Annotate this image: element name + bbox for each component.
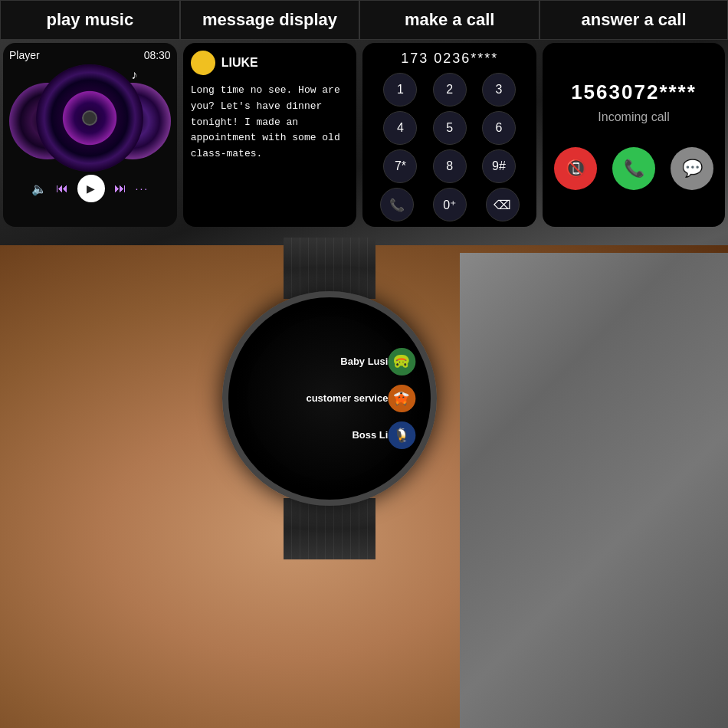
message-screen: LIUKE Long time no see. How are you? Let…	[183, 43, 357, 227]
top-panels: play music Player 08:30 ♪	[0, 0, 728, 230]
watch-face: Baby Lusi 🐸 customer service 🦊 Boss Li 🐧	[222, 291, 437, 506]
player-label: Player	[9, 49, 40, 61]
avatar-customer-service: 🦊	[388, 385, 415, 412]
dial-screen: 173 0236**** 1 2 3 4 5 6 7* 8 9# 📞 0⁺ ⌫	[362, 43, 536, 227]
message-reply-button[interactable]: 💬	[671, 147, 713, 190]
prev-button[interactable]: ⏮	[56, 182, 68, 195]
incoming-call-label: Incoming call	[598, 110, 669, 124]
next-button[interactable]: ⏭	[114, 182, 126, 195]
more-button[interactable]: ···	[136, 182, 149, 195]
message-header: LIUKE	[191, 51, 349, 75]
contact-name-customer-service: customer service	[306, 393, 388, 405]
incoming-number: 1563072****	[571, 80, 697, 104]
music-controls: 🔈 ⏮ ▶ ⏭ ···	[9, 175, 171, 202]
vinyl-center-main	[82, 110, 97, 126]
dial-backspace-button[interactable]: ⌫	[486, 188, 520, 221]
music-screen: Player 08:30 ♪ 🔈	[3, 43, 177, 227]
dial-bottom-row: 📞 0⁺ ⌫	[370, 188, 529, 221]
message-body: Long time no see. How are you? Let's hav…	[191, 83, 349, 162]
message-reply-icon: 💬	[682, 159, 703, 179]
accept-call-button[interactable]: 📞	[612, 147, 655, 190]
accept-icon: 📞	[624, 159, 644, 179]
dialpad: 1 2 3 4 5 6 7* 8 9#	[370, 73, 529, 183]
watch-band-top	[284, 238, 375, 299]
contact-baby-lusi[interactable]: Baby Lusi 🐸	[244, 348, 415, 375]
dial-key-7star[interactable]: 7*	[383, 149, 417, 183]
message-panel-section: message display LIUKE Long time no see. …	[180, 0, 360, 230]
sender-name: LIUKE	[221, 56, 258, 70]
contact-customer-service[interactable]: customer service 🦊	[244, 385, 415, 412]
dial-call-button[interactable]: 📞	[380, 188, 414, 221]
music-header: Player 08:30	[9, 49, 171, 61]
contact-name-baby-lusi: Baby Lusi	[340, 356, 388, 368]
dial-key-6[interactable]: 6	[482, 111, 516, 145]
music-note-icon: ♪	[131, 68, 137, 82]
decline-call-button[interactable]: 📵	[554, 147, 597, 190]
message-panel-label: message display	[180, 0, 360, 40]
music-panel-section: play music Player 08:30 ♪	[0, 0, 180, 230]
suit-background	[460, 253, 728, 728]
answer-panel-label: answer a call	[539, 0, 728, 40]
answer-panel-section: answer a call 1563072**** Incoming call …	[539, 0, 728, 230]
dial-number-display: 173 0236****	[370, 51, 529, 67]
dial-key-8[interactable]: 8	[433, 149, 467, 183]
dial-key-4[interactable]: 4	[383, 111, 417, 145]
play-button[interactable]: ▶	[77, 175, 105, 202]
dial-key-2[interactable]: 2	[433, 73, 467, 107]
dial-panel-label: make a call	[359, 0, 539, 40]
vinyl-disc-main: ♪	[36, 64, 143, 172]
music-panel-label: play music	[0, 0, 180, 40]
dial-key-0plus[interactable]: 0⁺	[433, 188, 467, 221]
dial-key-3[interactable]: 3	[482, 73, 516, 107]
contact-name-boss-li: Boss Li	[352, 430, 388, 441]
player-time: 08:30	[144, 49, 171, 61]
dial-panel-section: make a call 173 0236**** 1 2 3 4 5 6 7* …	[359, 0, 539, 230]
sender-avatar	[191, 51, 215, 75]
dial-key-1[interactable]: 1	[383, 73, 417, 107]
volume-button[interactable]: 🔈	[31, 182, 47, 196]
dial-key-9hash[interactable]: 9#	[482, 149, 516, 183]
decline-icon: 📵	[566, 159, 586, 179]
watch-band-bottom	[284, 498, 375, 559]
answer-screen: 1563072**** Incoming call 📵 📞 💬	[543, 43, 725, 227]
avatar-boss-li: 🐧	[388, 421, 415, 449]
avatar-baby-lusi: 🐸	[388, 348, 415, 375]
contact-boss-li[interactable]: Boss Li 🐧	[244, 421, 415, 449]
dial-key-5[interactable]: 5	[433, 111, 467, 145]
call-action-buttons: 📵 📞 💬	[554, 147, 713, 190]
